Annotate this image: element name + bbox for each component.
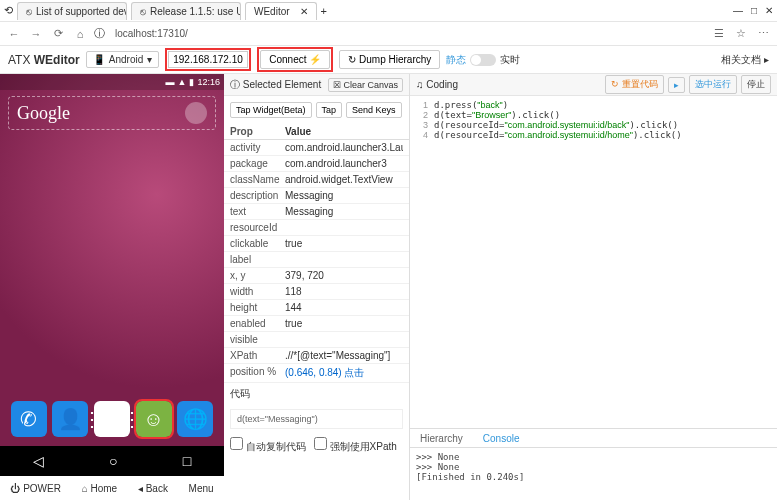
step-button[interactable]: ▸ [668,77,685,93]
phone-panel: ▬ ▲ ▮ 12:16 Google ✆ 👤 ⋮⋮⋮ ☺ 🌐 ◁ ○ □ [0,74,224,500]
home-button[interactable]: ⌂ Home [82,483,118,494]
app-dock: ✆ 👤 ⋮⋮⋮ ☺ 🌐 [0,392,224,446]
nav-back-soft-icon[interactable]: ◁ [33,453,44,469]
send-keys-button[interactable]: Send Keys [346,102,402,118]
stop-button[interactable]: 停止 [741,75,771,94]
mic-icon[interactable] [185,102,207,124]
power-button[interactable]: ⏻ POWER [10,483,61,494]
info-icon[interactable]: ⓘ [94,26,105,41]
tap-button[interactable]: Tap [316,102,343,118]
phone-footer: ⏻ POWER ⌂ Home ◂ Back Menu [0,476,224,500]
battery-icon: ▮ [189,77,194,87]
apps-drawer-icon[interactable]: ⋮⋮⋮ [94,401,130,437]
browser-tab-0[interactable]: ⎋List of supported devices f [17,2,127,20]
network-icon: ▬ [166,77,175,87]
favorite-icon[interactable]: ☆ [733,27,749,40]
clear-canvas-button[interactable]: ☒ Clear Canvas [328,78,403,92]
reload-icon[interactable]: ⟳ [50,27,66,40]
mode-toggle[interactable] [470,54,496,66]
chevron-down-icon: ▾ [147,54,152,65]
coding-title: Coding [426,79,458,90]
platform-dropdown[interactable]: 📱Android▾ [86,51,159,68]
force-xpath-checkbox[interactable]: 强制使用XPath [314,437,397,454]
browser-tab-1[interactable]: ⎋Release 1.1.5: use UiObject2 [131,2,241,20]
nav-back-icon[interactable]: ← [6,28,22,40]
google-logo: Google [17,103,70,124]
code-label: 代码 [224,383,409,405]
docs-link[interactable]: 相关文档 ▸ [721,53,769,67]
console-tabs: Hierarchy Console [410,428,777,448]
phone-statusbar: ▬ ▲ ▮ 12:16 [0,74,224,90]
tab-console[interactable]: Console [473,431,530,446]
new-tab-button[interactable]: + [321,5,327,17]
close-window-button[interactable]: ✕ [765,5,773,16]
url-field[interactable]: localhost:17310/ [111,26,705,41]
info-icon: ⓘ [230,78,240,92]
menu-button[interactable]: Menu [189,483,214,494]
clock-label: 12:16 [197,77,220,87]
dump-hierarchy-button[interactable]: ↻ Dump Hierarchy [339,50,440,69]
app-toolbar: ATX WEditor 📱Android▾ Connect ⚡ ↻ Dump H… [0,46,777,74]
autocopy-checkbox[interactable]: 自动复制代码 [230,437,306,454]
phone-screen[interactable]: ▬ ▲ ▮ 12:16 Google ✆ 👤 ⋮⋮⋮ ☺ 🌐 ◁ ○ □ [0,74,224,476]
coding-panel: ♫ Coding ↻ 重置代码 ▸ 选中运行 停止 1d.press("back… [410,74,777,500]
history-icon[interactable]: ⟲ [4,4,13,17]
ip-input-highlight [165,48,251,71]
plug-icon: ⚡ [309,54,321,65]
bookmarks-icon[interactable]: ☰ [711,27,727,40]
browser-tab-2[interactable]: WEditor✕ [245,2,317,20]
nav-home-soft-icon[interactable]: ○ [109,453,117,469]
refresh-icon: ↻ [348,54,356,65]
address-bar: ← → ⟳ ⌂ ⓘ localhost:17310/ ☰ ☆ ⋯ [0,22,777,46]
close-icon[interactable]: ✕ [300,6,308,17]
code-editor[interactable]: 1d.press("back") 2d(text="Browser").clic… [410,96,777,428]
run-selected-button[interactable]: 选中运行 [689,75,737,94]
browser-titlebar: ⟲ ⎋List of supported devices f ⎋Release … [0,0,777,22]
nav-forward-icon[interactable]: → [28,28,44,40]
reset-code-button[interactable]: ↻ 重置代码 [605,75,664,94]
browser-app-icon[interactable]: 🌐 [177,401,213,437]
ip-input[interactable] [168,51,248,68]
tap-widget-button[interactable]: Tap Widget(Beta) [230,102,312,118]
panel-title: Selected Element [243,79,321,90]
brand-label: ATX WEditor [8,53,80,67]
home-icon[interactable]: ⌂ [72,28,88,40]
selected-element-panel: ⓘ Selected Element ☒ Clear Canvas Tap Wi… [224,74,410,500]
maximize-button[interactable]: □ [751,5,757,16]
back-button[interactable]: ◂ Back [138,483,168,494]
connect-highlight: Connect ⚡ [257,47,333,72]
android-navbar: ◁ ○ □ [0,446,224,476]
phone-app-icon[interactable]: ✆ [11,401,47,437]
google-search-widget[interactable]: Google [8,96,216,130]
nav-recent-soft-icon[interactable]: □ [183,453,191,469]
tab-hierarchy[interactable]: Hierarchy [410,431,473,446]
wifi-icon: ▲ [178,77,187,87]
minimize-button[interactable]: — [733,5,743,16]
music-icon: ♫ [416,79,424,90]
messaging-app-icon[interactable]: ☺ [136,401,172,437]
console-output: >>> None >>> None [Finished in 0.240s] [410,448,777,500]
menu-icon[interactable]: ⋯ [755,27,771,40]
property-table: PropValue activitycom.android.launcher3.… [224,124,409,383]
selector-code[interactable]: d(text="Messaging") [230,409,403,429]
connect-button[interactable]: Connect ⚡ [260,50,330,69]
